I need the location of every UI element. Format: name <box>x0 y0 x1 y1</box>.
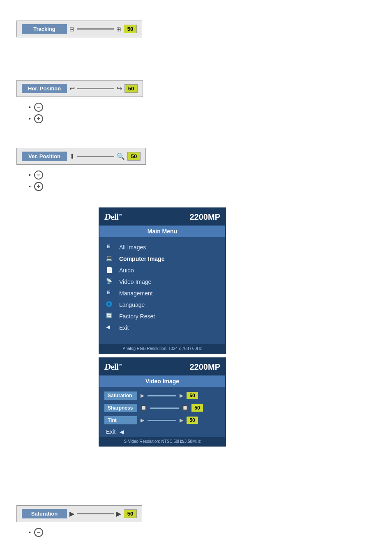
management-label: Management <box>119 290 153 297</box>
osd2-footer: S-Video Resolution: NTSC 50Hz/3.58MHz <box>99 437 225 446</box>
saturation-icon-left: ▶ <box>69 510 74 518</box>
factory-reset-icon: 🔄 <box>106 313 115 320</box>
language-label: Language <box>119 302 145 308</box>
ver-plus-icon <box>34 182 43 191</box>
hor-position-label: Hor. Position <box>22 84 67 93</box>
osd-model: 2200MP <box>190 212 221 222</box>
hor-position-slider[interactable]: Hor. Position ↩ ↪ 50 <box>16 80 143 97</box>
ver-bullet-plus: • <box>29 182 146 191</box>
osd2-header: Dell™ 2200MP <box>99 358 225 375</box>
sharpness-row[interactable]: Sharpness 🔲 🔲 50 <box>99 402 225 414</box>
tint-icon-left: ▶ <box>141 417 144 423</box>
saturation-slider[interactable]: Saturation ▶ ▶ 50 <box>16 505 142 522</box>
ver-position-label: Ver. Position <box>22 152 67 161</box>
all-images-label: All Images <box>119 244 146 251</box>
video-exit-icon: ◀ <box>120 428 124 435</box>
audio-label: Auido <box>119 267 134 274</box>
video-image-osd: Dell™ 2200MP Video Image Saturation ▶ ▶ … <box>99 357 226 447</box>
video-exit-label: Exit <box>106 428 115 435</box>
dell-logo: Dell™ <box>104 212 122 222</box>
menu-item-factory-reset[interactable]: 🔄 Factory Reset <box>99 311 225 322</box>
video-image-icon: 📡 <box>106 278 115 286</box>
tint-value: 50 <box>187 417 198 424</box>
hor-bullet-minus: • <box>29 103 143 112</box>
hor-position-section: Hor. Position ↩ ↪ 50 • • <box>16 80 143 126</box>
tint-row[interactable]: Tint ▶ ▶ 50 <box>99 414 225 426</box>
tint-row-label: Tint <box>104 416 137 424</box>
language-icon: 🌐 <box>106 301 115 309</box>
sharp-icon-right: 🔲 <box>182 405 188 411</box>
osd-menu-title: Main Menu <box>99 226 225 237</box>
menu-item-management[interactable]: 🖥 Management <box>99 288 225 299</box>
bullet-dot: • <box>29 183 31 190</box>
hor-bullet-plus: • <box>29 114 143 123</box>
ver-bullet-minus: • <box>29 170 146 180</box>
menu-item-video-image[interactable]: 📡 Video Image <box>99 276 225 288</box>
minus-icon <box>34 103 43 112</box>
menu-item-computer-image[interactable]: 💻 Computer Image <box>99 253 225 265</box>
plus-icon <box>34 114 43 123</box>
tint-icon-right: ▶ <box>180 417 183 423</box>
saturation-value-main: 50 <box>124 509 137 518</box>
sat-minus-icon <box>34 528 43 537</box>
menu-item-all-images[interactable]: 🖥 All Images <box>99 242 225 253</box>
tracking-icon-right: ⊞ <box>116 26 121 32</box>
computer-image-label: Computer Image <box>119 256 164 262</box>
osd-spacer <box>99 336 225 344</box>
tracking-track[interactable] <box>77 28 114 30</box>
ver-bullets: • • <box>29 170 146 191</box>
sharpness-track[interactable] <box>150 408 179 409</box>
all-images-icon: 🖥 <box>106 244 115 251</box>
tracking-slider[interactable]: Tracking ⊟ ⊞ 50 <box>16 21 142 37</box>
saturation-section: Saturation ▶ ▶ 50 • <box>16 505 142 539</box>
audio-icon: 📄 <box>106 267 115 274</box>
tracking-icon-left: ⊟ <box>69 26 74 32</box>
menu-item-language[interactable]: 🌐 Language <box>99 299 225 311</box>
menu-item-audio[interactable]: 📄 Auido <box>99 265 225 276</box>
ver-position-section: Ver. Position ⬆ 🔍 50 • • <box>16 148 146 193</box>
saturation-track-main[interactable] <box>77 513 114 514</box>
hor-bullets: • • <box>29 103 143 123</box>
osd-divider-top <box>99 238 225 238</box>
ver-minus-icon <box>34 170 43 180</box>
saturation-label: Saturation <box>22 509 67 518</box>
ver-icon-left: ⬆ <box>69 152 75 160</box>
osd-header: Dell™ 2200MP <box>99 208 225 226</box>
sat-icon-left: ▶ <box>141 393 144 398</box>
ver-track[interactable] <box>77 156 114 157</box>
saturation-icon-right: ▶ <box>116 510 121 518</box>
ver-position-slider[interactable]: Ver. Position ⬆ 🔍 50 <box>16 148 146 165</box>
hor-icon-left: ↩ <box>69 85 75 92</box>
exit-label: Exit <box>119 325 129 331</box>
computer-image-icon: 💻 <box>106 255 115 263</box>
saturation-track[interactable] <box>148 395 176 396</box>
sat-icon-right: ▶ <box>180 393 183 398</box>
video-exit-row[interactable]: Exit ◀ <box>99 426 225 437</box>
ver-icon-right: 🔍 <box>117 152 125 160</box>
sharp-icon-left: 🔲 <box>141 405 147 411</box>
exit-icon: ◀ <box>106 324 115 332</box>
bullet-dot: • <box>29 529 31 536</box>
video-image-label: Video Image <box>119 279 151 285</box>
bullet-dot: • <box>29 172 31 178</box>
tracking-section: Tracking ⊟ ⊞ 50 <box>16 21 142 37</box>
osd2-menu-title: Video Image <box>99 375 225 387</box>
factory-reset-label: Factory Reset <box>119 313 155 320</box>
main-menu-osd: Dell™ 2200MP Main Menu 🖥 All Images 💻 Co… <box>99 207 226 354</box>
ver-value: 50 <box>127 152 141 161</box>
hor-track[interactable] <box>77 88 114 89</box>
tracking-value: 50 <box>124 25 137 33</box>
saturation-row-label: Saturation <box>104 391 137 400</box>
bullet-dot: • <box>29 104 31 111</box>
sat-bullet-minus: • <box>29 528 142 537</box>
dell-logo-2: Dell™ <box>104 362 122 372</box>
saturation-value: 50 <box>187 392 198 399</box>
saturation-row[interactable]: Saturation ▶ ▶ 50 <box>99 389 225 402</box>
sharpness-row-label: Sharpness <box>104 404 137 412</box>
management-icon: 🖥 <box>106 290 115 297</box>
osd2-model: 2200MP <box>190 362 221 372</box>
tint-track[interactable] <box>148 420 176 421</box>
menu-item-exit[interactable]: ◀ Exit <box>99 322 225 334</box>
sharpness-value: 50 <box>191 404 203 412</box>
bullet-dot: • <box>29 115 31 122</box>
